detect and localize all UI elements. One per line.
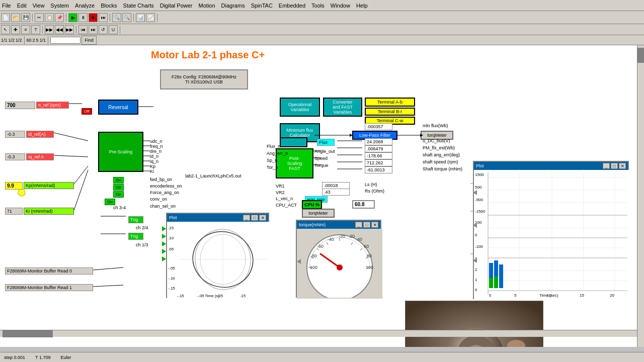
menu-view[interactable]: View — [33, 3, 45, 9]
id-n-label: id_n — [150, 154, 158, 159]
pause-btn[interactable]: ⏸ — [78, 13, 88, 22]
save-btn[interactable]: 💾 — [21, 13, 30, 22]
terminal-ab-block[interactable]: Terminal A-b — [365, 98, 415, 107]
vr2-label: VR2 — [276, 190, 285, 195]
svg-line-68 — [74, 170, 88, 210]
rewind-btn[interactable]: ⏮ — [78, 25, 88, 34]
on-btn-1[interactable]: On — [113, 177, 124, 184]
ref-rpm-value[interactable]: 700 — [5, 102, 35, 109]
svg-text:80: 80 — [367, 253, 372, 258]
step-btn[interactable]: ⏭ — [99, 13, 108, 22]
id-ref-value[interactable]: -0.3 — [5, 131, 25, 138]
ls-label-text: Ls (H) — [365, 182, 377, 187]
toolbar3-item1: 1/1 — [1, 38, 8, 43]
menu-edit[interactable]: Edit — [17, 3, 27, 9]
flux-n-label: Flux_n — [267, 144, 280, 149]
zoom-in-btn[interactable]: 🔍 — [112, 13, 121, 22]
menu-tools[interactable]: Tools — [311, 3, 325, 9]
menu-system[interactable]: System — [50, 3, 69, 9]
gauge-minimize[interactable]: _ — [355, 222, 362, 228]
gauge-titlebar: torque(mNm) _ □ ✕ — [297, 221, 380, 229]
converter-fast-block[interactable]: Converterand FASTVariables — [323, 98, 362, 117]
buffer-read-0[interactable]: F28069M-Monitor Buffer Read 0 — [5, 267, 93, 275]
menu-blocks[interactable]: Blocks — [101, 3, 117, 9]
scope-btn[interactable]: 📊 — [136, 13, 145, 22]
menu-diagrams[interactable]: Diagrams — [221, 3, 245, 9]
large-plot-window: Plot _ □ ✕ 1500 500 -500 -1500 100 0 -10… — [473, 161, 629, 299]
start-sim[interactable]: ▶▶ — [45, 25, 54, 34]
large-plot-close[interactable]: ✕ — [619, 163, 626, 169]
operational-vars-block[interactable]: OperationalVariables — [280, 98, 320, 117]
trig-1[interactable]: Trig — [128, 216, 143, 223]
menu-embedded[interactable]: Embedded — [279, 3, 305, 9]
zoom-out-btn[interactable]: 🔍 — [122, 13, 131, 22]
reversal-block[interactable]: Reversal — [98, 100, 138, 115]
gauge-maximize[interactable]: □ — [363, 222, 370, 228]
plot-y-010: .10 — [168, 236, 174, 240]
wire-tool[interactable]: ✚ — [11, 25, 20, 34]
open-btn[interactable]: 📂 — [11, 13, 20, 22]
large-plot-maximize[interactable]: □ — [611, 163, 618, 169]
on-btn-2[interactable]: On — [113, 184, 124, 191]
search-input[interactable] — [50, 37, 80, 44]
stop-btn[interactable]: ■ — [89, 13, 98, 22]
freq-n-label: freq_n — [150, 144, 163, 149]
lp-tri-2 — [474, 223, 477, 228]
find-btn[interactable]: Find — [82, 36, 97, 45]
menu-state-charts[interactable]: State Charts — [123, 3, 154, 9]
scrollbar-right[interactable] — [637, 45, 644, 347]
cut-btn[interactable]: ✂ — [35, 13, 44, 22]
plot-y-n005: -.05 — [168, 266, 175, 270]
menu-motion[interactable]: Motion — [199, 3, 215, 9]
menu-spintac[interactable]: SpinTAC — [251, 3, 273, 9]
ff-btn[interactable]: ⏭ — [89, 25, 98, 34]
copy-btn[interactable]: 📋 — [45, 13, 54, 22]
shaft-speed-value: 712.262 — [365, 159, 392, 166]
plot-minimize[interactable]: _ — [243, 215, 250, 221]
trig-2[interactable]: Trig — [128, 233, 143, 240]
ki-value[interactable]: 71 — [5, 208, 23, 215]
menubar: File Edit View System Analyze Blocks Sta… — [0, 0, 644, 11]
plot-maximize[interactable]: □ — [251, 215, 258, 221]
reset-btn[interactable]: ↺ — [99, 25, 108, 34]
buffer-read-1[interactable]: F28069M-Monitor Buffer Read 1 — [5, 284, 93, 291]
large-plot-minimize[interactable]: _ — [603, 163, 610, 169]
gauge-close[interactable]: ✕ — [371, 222, 378, 228]
menu-window[interactable]: Window — [331, 3, 350, 9]
svg-text:40: 40 — [357, 237, 362, 242]
id-ref-label: id_ref(A) — [26, 131, 54, 138]
bus-tool[interactable]: ≡ — [21, 25, 30, 34]
text-tool[interactable]: T — [31, 25, 40, 34]
menu-file[interactable]: File — [2, 3, 11, 9]
on-btn-3[interactable]: On — [113, 191, 124, 198]
update-btn[interactable]: U — [109, 25, 118, 34]
rev-btn[interactable]: ◀◀ — [55, 25, 64, 34]
main-canvas: Motor Lab 2-1 phase C+ F28x Config: F280… — [0, 45, 644, 347]
pre-scaling-block[interactable]: Pre-Scaling — [98, 132, 143, 172]
plot-close[interactable]: ✕ — [259, 215, 266, 221]
off-button[interactable]: Off — [82, 108, 92, 115]
on-btn-4[interactable]: On — [105, 199, 115, 205]
run-btn[interactable]: ▶ — [68, 13, 77, 22]
iq-ref-value[interactable]: -0.3 — [5, 153, 25, 160]
iq-ref-label: Iq_ref A — [26, 153, 54, 160]
arrow-tool[interactable]: ↖ — [1, 25, 10, 34]
terminal-br-block[interactable]: Terminal B-r — [365, 108, 415, 116]
new-btn[interactable]: 📄 — [1, 13, 10, 22]
paste-btn[interactable]: 📌 — [55, 13, 64, 22]
svg-rect-47 — [494, 277, 498, 288]
launch-file-label: lab2-1_LaunchXLphCv5.out — [185, 173, 242, 178]
svg-rect-45 — [499, 264, 503, 288]
meter-btn[interactable]: 📈 — [146, 13, 155, 22]
pm-flx-label: PM_flx_est(Wb) — [423, 145, 455, 150]
svg-rect-46 — [489, 278, 493, 288]
menu-analyze[interactable]: Analyze — [75, 3, 95, 9]
motor-photo: ALTAIR — [405, 301, 543, 347]
torqmeter-bottom-block[interactable]: torqMeter — [302, 209, 335, 218]
post-sc-block[interactable] — [280, 137, 307, 147]
cpu-percent-block[interactable]: CPU % — [302, 200, 322, 209]
scrollbar-bottom[interactable] — [0, 330, 637, 337]
fwd-btn[interactable]: ▶▶ — [65, 25, 74, 34]
menu-digital-power[interactable]: Digital Power — [160, 3, 193, 9]
menu-help[interactable]: Help — [356, 3, 368, 9]
